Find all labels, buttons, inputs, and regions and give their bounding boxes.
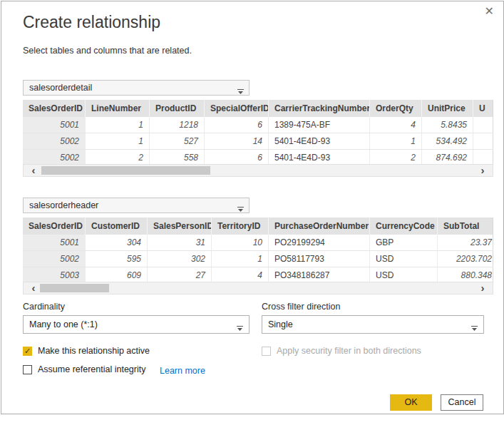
learn-more-link[interactable]: Learn more [160, 366, 205, 376]
scrollbar-thumb[interactable] [41, 166, 210, 175]
table-cell[interactable]: 302 [148, 251, 212, 267]
table-cell[interactable]: 1 [212, 251, 269, 267]
table-cell[interactable]: 304 [86, 235, 148, 250]
table-cell[interactable]: 1218 [150, 117, 205, 133]
table-cell[interactable]: 2203.702 [438, 251, 493, 267]
table-cell[interactable]: 4 [370, 117, 422, 133]
table1-horizontal-scrollbar[interactable]: ‹ › [23, 164, 493, 177]
table-cell[interactable]: PO348186287 [269, 267, 370, 283]
scroll-left-icon[interactable]: ‹ [28, 165, 39, 176]
column-header[interactable]: TerritoryID [212, 217, 269, 235]
chevron-down-icon [237, 204, 244, 214]
checkbox-unchecked-icon[interactable] [23, 365, 32, 374]
table-cell[interactable]: USD [370, 267, 438, 283]
create-relationship-dialog: ✕ Create relationship Select tables and … [1, 1, 504, 414]
table-cell[interactable]: GBP [370, 235, 438, 250]
table-cell[interactable]: 534.492 [422, 133, 473, 149]
table-cell[interactable]: 527 [150, 133, 205, 149]
table-cell[interactable]: 609 [86, 267, 148, 283]
table-cell[interactable]: 1389-475A-BF [269, 117, 370, 133]
chevron-down-icon [237, 86, 244, 96]
table-cell[interactable]: 5002 [23, 251, 86, 267]
column-header[interactable]: CarrierTrackingNumber [269, 100, 370, 117]
cancel-button[interactable]: Cancel [441, 394, 483, 411]
table-cell[interactable]: 6 [205, 150, 269, 165]
close-icon[interactable]: ✕ [485, 6, 494, 17]
column-header[interactable]: U [473, 100, 493, 117]
table-cell[interactable]: 5.8435 [422, 117, 473, 133]
table-cell[interactable]: 1 [86, 133, 150, 149]
table-cell[interactable] [473, 117, 493, 133]
table-cell[interactable]: 27 [148, 267, 212, 283]
checkbox-checked-icon[interactable]: ✓ [23, 347, 32, 356]
table-cell[interactable]: 595 [86, 251, 148, 267]
table1-selector-value: salesorderdetail [29, 83, 92, 93]
column-header[interactable]: SubTotal [438, 217, 493, 235]
table-cell[interactable]: 5002 [23, 133, 86, 149]
chevron-down-icon [237, 323, 243, 333]
assume-referential-integrity-label: Assume referential integrity [38, 364, 145, 374]
table-cell[interactable]: USD [370, 251, 438, 267]
table1-header-row: SalesOrderID LineNumber ProductID Specia… [23, 100, 493, 117]
table-cell[interactable] [473, 133, 493, 149]
column-header[interactable]: LineNumber [86, 100, 150, 117]
cardinality-dropdown[interactable]: Many to one (*:1) [23, 315, 250, 334]
column-header[interactable]: SalesPersonID [148, 217, 212, 235]
table2-preview: SalesOrderID CustomerID SalesPersonID Te… [23, 217, 493, 284]
scroll-right-icon[interactable]: › [477, 165, 488, 176]
make-relationship-active-option: ✓ Make this relationship active [23, 346, 150, 356]
column-header[interactable]: CurrencyCode [370, 217, 438, 235]
apply-security-filter-label: Apply security filter in both directions [277, 346, 421, 356]
scroll-right-icon[interactable]: › [477, 282, 488, 294]
column-header[interactable]: UnitPrice [422, 100, 473, 117]
table-row: 5001 304 31 10 PO29199294 GBP 23.37 [23, 235, 493, 251]
column-header[interactable]: ProductID [150, 100, 205, 117]
table-row: 5002 595 302 1 PO58117793 USD 2203.702 [23, 251, 493, 267]
table-cell[interactable]: 10 [212, 235, 269, 250]
table-cell[interactable]: 5401-4E4D-93 [269, 150, 370, 165]
checkbox-disabled-icon [262, 347, 271, 356]
table-cell[interactable]: 4 [212, 267, 269, 283]
table-cell[interactable]: 2 [86, 150, 150, 165]
table-cell[interactable]: 23.37 [438, 235, 493, 250]
cross-filter-direction-dropdown[interactable]: Single [262, 315, 484, 334]
table-cell[interactable]: PO29199294 [269, 235, 370, 250]
cross-filter-value: Single [268, 319, 293, 329]
cardinality-value: Many to one (*:1) [29, 319, 98, 329]
table-cell[interactable] [473, 150, 493, 165]
table-cell[interactable]: 5001 [23, 117, 86, 133]
table-row: 5001 1 1218 6 1389-475A-BF 4 5.8435 [23, 117, 493, 133]
table-cell[interactable]: 2 [370, 150, 422, 165]
table-cell[interactable]: 5003 [23, 267, 86, 283]
table-cell[interactable]: 14 [205, 133, 269, 149]
scrollbar-thumb[interactable] [40, 284, 109, 292]
table-cell[interactable]: 5001 [23, 235, 86, 250]
table-cell[interactable]: 5401-4E4D-93 [269, 133, 370, 149]
assume-referential-integrity-option: Assume referential integrity [23, 364, 145, 374]
table2-horizontal-scrollbar[interactable]: ‹ › [23, 282, 493, 295]
table-cell[interactable]: PO58117793 [269, 251, 370, 267]
apply-security-filter-option: Apply security filter in both directions [262, 346, 421, 356]
dialog-title: Create relationship [23, 13, 160, 32]
table-cell[interactable]: 874.692 [422, 150, 473, 165]
scroll-left-icon[interactable]: ‹ [28, 282, 39, 294]
column-header[interactable]: PurchaseOrderNumber [269, 217, 370, 235]
table-cell[interactable]: 1 [370, 133, 422, 149]
table-row: 5002 1 527 14 5401-4E4D-93 1 534.492 [23, 133, 493, 150]
table1-selector-dropdown[interactable]: salesorderdetail [23, 80, 250, 96]
table-cell[interactable]: 558 [150, 150, 205, 165]
dialog-subtitle: Select tables and columns that are relat… [23, 46, 192, 56]
table-cell[interactable]: 880.348 [438, 267, 493, 283]
column-header[interactable]: OrderQty [370, 100, 422, 117]
table-cell[interactable]: 31 [148, 235, 212, 250]
table-cell[interactable]: 5002 [23, 150, 86, 165]
column-header[interactable]: CustomerID [86, 217, 148, 235]
table-cell[interactable]: 6 [205, 117, 269, 133]
ok-button[interactable]: OK [390, 394, 432, 411]
column-header[interactable]: SalesOrderID [23, 217, 86, 235]
column-header[interactable]: SalesOrderID [23, 100, 86, 117]
table-cell[interactable]: 1 [86, 117, 150, 133]
table2-header-row: SalesOrderID CustomerID SalesPersonID Te… [23, 217, 493, 235]
column-header[interactable]: SpecialOfferID [205, 100, 269, 117]
table2-selector-dropdown[interactable]: salesorderheader [23, 198, 250, 213]
